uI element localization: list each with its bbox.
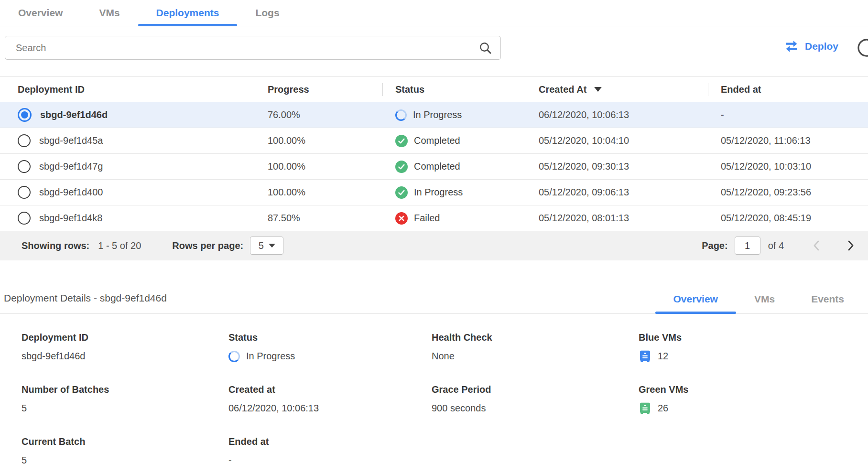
column-label: Ended at [721,84,761,95]
tab-logs[interactable]: Logs [237,0,297,26]
caret-down-icon [269,244,275,248]
created-at-value: 05/12/2020, 10:04:10 [526,135,708,146]
field-value: 900 seconds [432,402,639,415]
table-row-sbgd-9ef1d47g[interactable]: sbgd-9ef1d47g 100.00% Completed 05/12/20… [0,153,868,179]
column-header-status[interactable]: Status [382,77,526,102]
column-header-ended-at[interactable]: Ended at [708,77,868,102]
deploy-button-label: Deploy [805,41,838,52]
table-footer: Showing rows: 1 - 5 of 20 Rows per page:… [0,231,868,260]
ended-at-value: 05/12/2020, 09:23:56 [708,187,868,198]
progress-value: 100.00% [255,135,382,146]
table-row-sbgd-9ef1d400[interactable]: sbgd-9ef1d400 100.00% In Progress 05/12/… [0,179,868,205]
tab-logs-label: Logs [255,7,279,19]
status-label: Failed [414,213,440,224]
field-value: In Progress [246,351,295,362]
field-current-batch: Current Batch 5 [22,436,228,467]
sort-descending-caret-icon [594,87,602,92]
field-label: Grace Period [432,384,639,395]
table-row-sbgd-9ef1d45a[interactable]: sbgd-9ef1d45a 100.00% Completed 05/12/20… [0,128,868,153]
details-tabbar: Overview VMs Events [655,284,862,313]
field-number-of-batches: Number of Batches 5 [22,384,228,415]
created-at-value: 06/12/2020, 10:06:13 [526,109,708,120]
check-circle-icon [395,135,408,147]
status-label: Completed [414,135,460,146]
tab-vms[interactable]: VMs [81,0,138,26]
radio-unselected-icon[interactable] [18,212,31,225]
tab-overview[interactable]: Overview [0,0,81,26]
field-value: 5 [22,402,228,415]
field-label: Current Batch [22,436,228,447]
table-row-sbgd-9ef1d46d[interactable]: sbgd-9ef1d46d 76.00% In Progress 06/12/2… [0,102,868,128]
page-number-input[interactable] [735,240,760,251]
ended-at-value: 05/12/2020, 10:03:10 [708,161,868,172]
deployments-table: Deployment ID Progress Status Created At… [0,76,868,260]
tab-deployments[interactable]: Deployments [138,0,238,26]
showing-rows-value: 1 - 5 of 20 [98,240,141,251]
previous-page-button[interactable] [812,239,821,252]
field-label: Created at [228,384,432,395]
radio-unselected-icon[interactable] [18,134,31,147]
chevron-left-icon [812,239,821,252]
column-label: Deployment ID [18,84,85,95]
toolbar: Deploy [0,36,868,61]
search-icon [479,42,492,54]
status-label: Completed [414,161,460,172]
field-label: Health Check [432,332,639,343]
page-tabbar: Overview VMs Deployments Logs [0,0,868,26]
deploy-button[interactable]: Deploy [784,40,838,53]
tab-overview-label: Overview [18,7,63,19]
progress-value: 76.00% [255,109,382,120]
rows-per-page-select[interactable]: 5 [250,237,283,255]
page-total: of 4 [768,240,784,251]
details-grid: Deployment ID sbgd-9ef1d46d Status In Pr… [0,314,868,467]
spinner-icon [228,351,240,362]
search-input[interactable] [5,36,479,59]
deployment-id-value: sbgd-9ef1d4k8 [39,213,102,224]
ended-at-value: - [708,109,868,120]
table-header-row: Deployment ID Progress Status Created At… [0,76,868,102]
progress-value: 100.00% [255,161,382,172]
server-icon-green [639,402,651,415]
field-label: Deployment ID [22,332,228,343]
details-tab-events-label: Events [811,293,844,305]
field-created-at: Created at 06/12/2020, 10:06:13 [228,384,432,415]
details-tab-vms[interactable]: VMs [736,284,793,313]
field-value: None [432,350,639,363]
field-health-check: Health Check None [432,332,639,363]
column-header-created-at[interactable]: Created At [526,77,708,102]
field-deployment-id: Deployment ID sbgd-9ef1d46d [22,332,228,363]
radio-unselected-icon[interactable] [18,186,31,199]
tab-deployments-label: Deployments [156,7,219,19]
field-label: Status [228,332,432,343]
field-value: 12 [658,351,668,362]
created-at-value: 05/12/2020, 09:30:13 [526,161,708,172]
table-row-sbgd-9ef1d4k8[interactable]: sbgd-9ef1d4k8 87.50% Failed 05/12/2020, … [0,205,868,231]
server-icon-blue [639,350,651,363]
radio-selected-icon[interactable] [18,108,32,122]
spinner-icon [395,109,407,121]
column-label: Status [395,84,424,95]
field-label: Ended at [228,436,432,447]
check-circle-icon [395,161,408,173]
column-label: Created At [539,84,586,95]
refresh-icon[interactable] [856,37,868,59]
chevron-right-icon [846,239,856,252]
column-header-progress[interactable]: Progress [255,77,382,102]
progress-value: 87.50% [255,213,382,224]
progress-value: 100.00% [255,187,382,198]
column-label: Progress [268,84,309,95]
details-tab-events[interactable]: Events [793,284,862,313]
field-green-vms: Green VMs 26 [639,384,868,415]
radio-unselected-icon[interactable] [18,160,31,173]
created-at-value: 05/12/2020, 09:06:13 [526,187,708,198]
column-header-deployment-id[interactable]: Deployment ID [0,77,255,102]
next-page-button[interactable] [846,239,856,252]
page-label: Page: [702,240,727,251]
deployment-id-value: sbgd-9ef1d45a [39,135,103,146]
details-tab-overview[interactable]: Overview [655,284,736,313]
field-value: 06/12/2020, 10:06:13 [228,402,432,415]
status-label: In Progress [414,187,463,198]
deployment-id-value: sbgd-9ef1d47g [39,161,103,172]
deployment-details-section: Deployment Details - sbgd-9ef1d46d Overv… [0,284,868,467]
field-value: sbgd-9ef1d46d [22,350,228,363]
